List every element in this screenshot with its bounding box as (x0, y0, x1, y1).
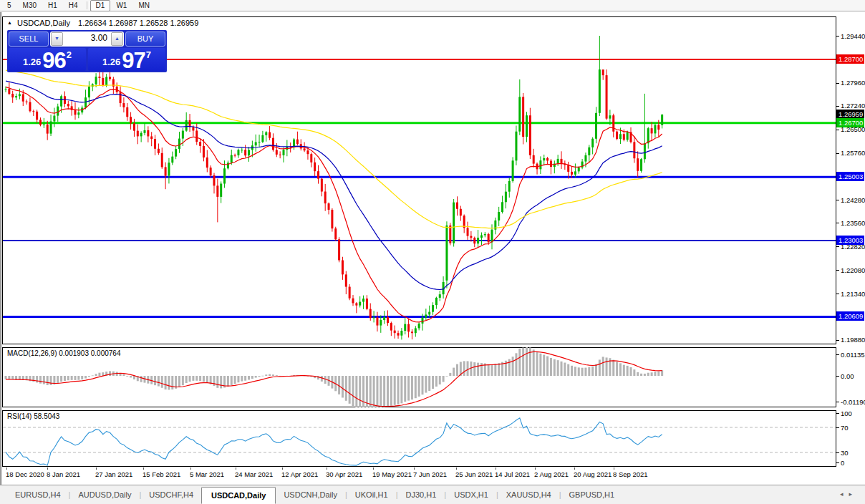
macd-histogram-bar (216, 376, 218, 388)
macd-histogram-bar (185, 376, 188, 383)
chart-ohlc-values: 1.26634 1.26987 1.26528 1.26959 (78, 19, 198, 27)
candle-body (36, 112, 38, 120)
tab-scroll-right-icon[interactable]: ▸ (849, 490, 858, 498)
macd-histogram-bar (178, 376, 180, 387)
candle-body (567, 165, 569, 172)
macd-histogram-bar (633, 369, 635, 376)
macd-histogram-bar (612, 360, 614, 376)
candle-body (574, 171, 576, 174)
date-tick (282, 467, 283, 470)
candle-body (317, 171, 319, 179)
sell-price-panel[interactable]: 1.26 96 2 (9, 48, 86, 71)
candle-body (213, 175, 216, 185)
candle-body (588, 147, 590, 155)
tab-scroll-left-icon[interactable]: ◂ (840, 490, 849, 498)
timeframe-button-H1[interactable]: H1 (42, 0, 63, 11)
timeframe-button-H4[interactable]: H4 (63, 0, 84, 11)
macd-histogram-bar (623, 365, 625, 376)
timeframe-button-5[interactable]: 5 (1, 0, 17, 11)
candle-body (373, 317, 375, 318)
candle-body (491, 230, 493, 243)
date-tick (6, 467, 7, 470)
chart-tab-UKOil-H1[interactable]: UKOil,H1 (347, 487, 396, 503)
volume-increase-icon[interactable]: ▲ (111, 32, 123, 46)
candle-body (120, 92, 122, 103)
candle-body (43, 125, 45, 125)
chart-tab-USDCAD-Daily[interactable]: USDCAD,Daily (201, 487, 276, 504)
date-tick (496, 467, 496, 470)
macd-histogram-bar (244, 376, 246, 381)
date-label: 14 Jul 2021 (495, 470, 530, 478)
buy-button[interactable]: BUY (125, 32, 165, 47)
candle-body (362, 299, 364, 302)
date-tick (236, 467, 236, 470)
indicator-axis-label: 70 (841, 424, 849, 432)
chart-tab-AUDUSD-Daily[interactable]: AUDUSD,Daily (70, 487, 139, 503)
candle-body (19, 94, 21, 96)
chart-tab-USDCHF-H4[interactable]: USDCHF,H4 (141, 487, 201, 503)
macd-histogram-bar (512, 357, 514, 376)
sell-button[interactable]: SELL (9, 32, 49, 47)
chart-tab-DJ30-H1[interactable]: DJ30,H1 (398, 487, 445, 503)
price-tick (836, 340, 839, 341)
timeframe-button-M30[interactable]: M30 (17, 0, 42, 11)
buy-price-panel[interactable]: 1.26 97 7 (88, 48, 165, 71)
indicator-axis-label: 0.01135 (841, 351, 865, 359)
candle-body (501, 202, 503, 212)
candle-body (359, 302, 361, 306)
chart-expand-icon[interactable]: ▲ (7, 20, 12, 25)
candle-body (342, 261, 344, 275)
candle-body (258, 142, 261, 142)
chart-tab-USDX-H1[interactable]: USDX,H1 (446, 487, 496, 503)
candle-body (279, 155, 281, 155)
candle-body (147, 130, 149, 137)
price-axis[interactable]: 1.294401.279601.272401.265001.257601.242… (836, 12, 865, 485)
price-axis-label: 1.24280 (841, 196, 865, 204)
rsi-indicator-pane[interactable] (2, 410, 836, 467)
timeframe-button-MN[interactable]: MN (132, 0, 155, 11)
timeframe-button-W1[interactable]: W1 (110, 0, 132, 11)
timeframe-button-D1[interactable]: D1 (90, 0, 111, 11)
candle-body (349, 287, 351, 299)
price-badge-1.23003: 1.23003 (836, 236, 864, 245)
candle-body (29, 102, 31, 112)
macd-histogram-bar (67, 376, 69, 380)
macd-indicator-pane[interactable] (2, 347, 836, 407)
date-label: 12 Apr 2021 (281, 470, 318, 478)
macd-histogram-bar (644, 374, 646, 376)
macd-histogram-bar (272, 374, 274, 376)
candle-body (557, 159, 559, 164)
date-label: 15 Feb 2021 (142, 470, 180, 478)
volume-decrease-icon[interactable]: ▼ (51, 32, 63, 46)
date-tick (614, 467, 614, 470)
candle-body (71, 106, 73, 110)
volume-value[interactable]: 3.00 (63, 32, 111, 46)
macd-histogram-bar (116, 372, 118, 376)
candle-body (477, 238, 479, 243)
candle-body (505, 192, 507, 203)
macd-histogram-bar (554, 359, 556, 376)
macd-histogram-bar (571, 366, 573, 376)
candle-body (11, 94, 14, 97)
macd-histogram-bar (261, 376, 264, 377)
date-tick (47, 467, 48, 470)
candle-body (154, 139, 156, 149)
chart-tab-GBPUSD-H1[interactable]: GBPUSD,H1 (561, 487, 623, 503)
macd-histogram-bar (394, 376, 396, 405)
chart-tab-USDCNH-Daily[interactable]: USDCNH,Daily (276, 487, 345, 503)
one-click-trading-widget: SELL ▼ 3.00 ▲ BUY 1.26 96 2 1.26 97 7 (7, 30, 167, 72)
macd-histogram-bar (352, 376, 354, 406)
chart-tab-EURUSD-H4[interactable]: EURUSD,H4 (7, 487, 69, 503)
indicator-tick (836, 462, 839, 463)
candle-body (50, 122, 52, 134)
macd-histogram-bar (130, 376, 132, 377)
candle-body (449, 226, 451, 243)
macd-histogram-bar (654, 372, 656, 376)
date-axis[interactable]: 18 Dec 20208 Jan 202127 Jan 202115 Feb 2… (2, 467, 836, 484)
candle-body (306, 150, 309, 154)
macd-histogram-bar (404, 376, 406, 402)
chart-tab-XAUUSD-H4[interactable]: XAUUSD,H4 (498, 487, 559, 503)
buy-price-big: 97 (122, 51, 145, 70)
indicator-tick (836, 354, 839, 355)
macd-histogram-bar (39, 376, 42, 384)
